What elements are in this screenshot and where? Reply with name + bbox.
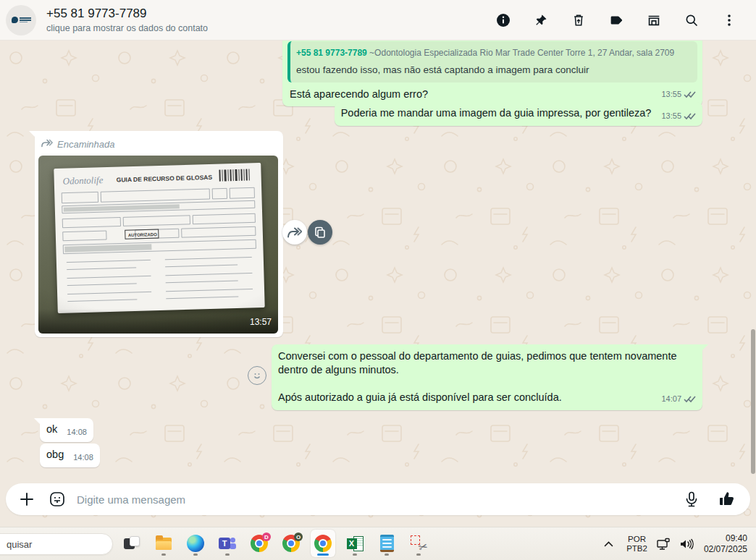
- network-icon[interactable]: [656, 538, 671, 551]
- message-bubble: obg 14:08: [40, 444, 100, 467]
- message-time: 13:57: [250, 315, 272, 329]
- header-actions: [495, 12, 756, 28]
- double-check-icon: [684, 112, 696, 120]
- message-text: Poderia me mandar uma imagem da guia imp…: [341, 107, 652, 119]
- taskbar-apps: T D O X ✂: [119, 530, 431, 557]
- quote-sender: +55 81 9773-7789: [296, 48, 367, 58]
- chat-header: +55 81 9773-7789 clique para mostrar os …: [0, 0, 756, 41]
- contact-subtitle: clique para mostrar os dados do contato: [46, 23, 208, 33]
- message-time: 14:08: [73, 451, 93, 464]
- message-text: Conversei com o pessoal do departamento …: [278, 349, 696, 377]
- label-icon[interactable]: [608, 12, 624, 28]
- message-text: obg: [46, 449, 64, 460]
- document-photo[interactable]: Odontolife GUIA DE RECURSO DE GLOSAS: [38, 156, 278, 334]
- tray-chevron-up-icon[interactable]: [600, 541, 616, 547]
- message-input[interactable]: [77, 493, 682, 506]
- double-check-icon: [684, 90, 696, 98]
- contact-title: +55 81 9773-7789: [46, 7, 208, 21]
- taskbar-search[interactable]: quisar: [0, 533, 113, 555]
- message-bubble: ok 14:08: [40, 418, 93, 442]
- quote-attribution: ~Odontologia Especializada Rio Mar Trade…: [369, 48, 674, 58]
- message-time: 14:08: [67, 425, 87, 439]
- message-time: 13:55: [661, 88, 681, 101]
- chat-scrollbar[interactable]: [751, 329, 755, 474]
- edge-icon[interactable]: [183, 530, 208, 557]
- attach-plus-button[interactable]: [17, 490, 36, 509]
- chat-area: +55 81 9773-7789 ~Odontologia Especializ…: [0, 41, 756, 527]
- microphone-icon[interactable]: [682, 490, 701, 509]
- copy-button[interactable]: [308, 220, 332, 245]
- contact-info[interactable]: +55 81 9773-7789 clique para mostrar os …: [46, 7, 208, 33]
- language-indicator[interactable]: POR PTB2: [626, 535, 647, 553]
- emoji-react-button[interactable]: [248, 366, 266, 385]
- message-bubble: Conversei com o pessoal do departamento …: [272, 344, 702, 410]
- file-explorer-icon[interactable]: [151, 530, 176, 557]
- snipping-tool-icon[interactable]: ✂: [406, 530, 431, 557]
- quoted-message[interactable]: +55 81 9773-7789 ~Odontologia Especializ…: [287, 41, 697, 82]
- contact-avatar[interactable]: [6, 5, 36, 35]
- pin-icon[interactable]: [533, 12, 549, 28]
- message-bubble: Poderia me mandar uma imagem da guia imp…: [335, 102, 702, 126]
- task-view-icon[interactable]: [119, 530, 144, 557]
- sticker-emoji-button[interactable]: [48, 490, 67, 509]
- thumbs-up-button[interactable]: [717, 490, 736, 509]
- windows-taskbar: quisar T D O: [0, 527, 756, 560]
- taskbar-clock[interactable]: 09:40 02/07/2025: [704, 533, 747, 555]
- double-check-icon: [684, 395, 696, 403]
- chrome-profile-o-icon[interactable]: O: [279, 530, 303, 557]
- forward-icon: [41, 137, 53, 151]
- forwarded-image-message: Encaminhada Odontolife GUIA DE RECURSO D…: [35, 131, 283, 337]
- excel-icon[interactable]: X: [343, 530, 367, 557]
- tray-date: 02/07/2025: [704, 544, 747, 555]
- forward-button[interactable]: [282, 220, 307, 245]
- system-tray: POR PTB2 09:40 02/07/2025: [600, 527, 756, 560]
- search-icon[interactable]: [684, 12, 700, 28]
- tray-time: 09:40: [704, 533, 747, 544]
- contact-logo: [12, 17, 31, 23]
- volume-icon[interactable]: [679, 538, 694, 550]
- trash-icon[interactable]: [571, 12, 587, 28]
- chrome-profile-d-icon[interactable]: D: [247, 530, 272, 557]
- message-text: Está aparecendo algum erro?: [290, 88, 661, 101]
- message-bubble: +55 81 9773-7789 ~Odontologia Especializ…: [282, 41, 702, 106]
- chrome-active-icon[interactable]: [311, 530, 335, 557]
- message-composer: [6, 483, 750, 515]
- message-text: ok: [46, 423, 57, 435]
- message-time: 13:55: [661, 109, 681, 123]
- taskbar-search-text: quisar: [7, 539, 32, 550]
- whatsapp-window: +55 81 9773-7789 clique para mostrar os …: [0, 0, 756, 560]
- logo-pin-icon: [12, 17, 18, 23]
- teams-icon[interactable]: T: [215, 530, 240, 557]
- kebab-menu-icon[interactable]: [721, 12, 737, 28]
- message-text: Após autorizado a guia já está disponíve…: [278, 391, 696, 404]
- info-icon[interactable]: [495, 12, 511, 28]
- forwarded-label: Encaminhada: [57, 137, 115, 151]
- quote-text: estou fazendo isso, mas não está captand…: [296, 63, 692, 77]
- notepad-icon[interactable]: [374, 530, 399, 557]
- message-time: 14:07: [661, 392, 681, 406]
- storefront-icon[interactable]: [646, 12, 662, 28]
